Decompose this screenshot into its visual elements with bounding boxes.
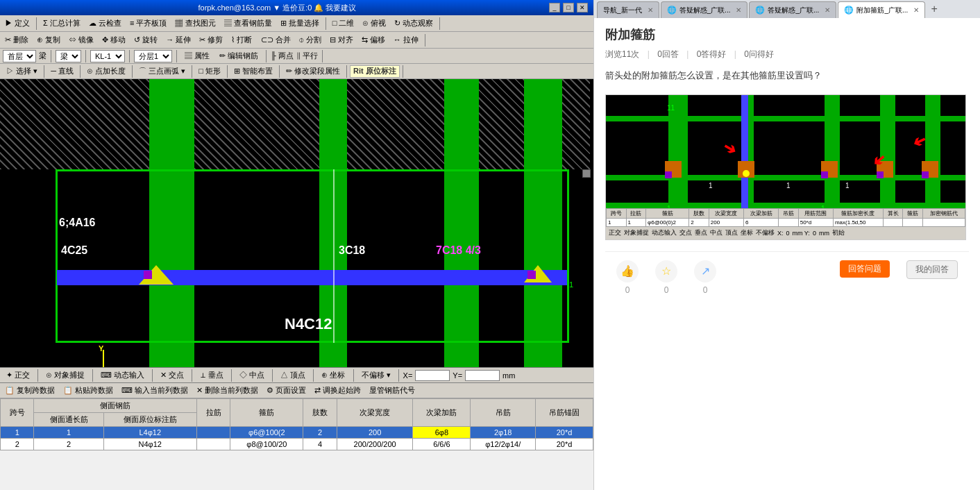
attr-btn[interactable]: ▤ 属性 xyxy=(181,49,213,63)
page-setup-btn[interactable]: ⚙ 页面设置 xyxy=(263,385,310,397)
col-anchor: 吊筋锚固 xyxy=(536,399,593,427)
top-view-btn[interactable]: ⊙ 俯视 xyxy=(359,17,389,31)
reply-btn[interactable]: 回答问题 xyxy=(840,260,890,295)
split-btn[interactable]: ⌽ 分割 xyxy=(296,33,325,47)
hatch-top-left xyxy=(0,79,149,169)
dynamic-input-btn[interactable]: ⌨ 动态输入 xyxy=(97,369,148,382)
cell-tie-1[interactable] xyxy=(196,427,230,439)
delete-btn[interactable]: ✂ 删除 xyxy=(1,33,32,47)
cell-hanger-2[interactable]: φ12/2φ14/ xyxy=(471,439,536,450)
cell-span-2[interactable]: 2 xyxy=(1,439,34,450)
view-rebar-btn[interactable]: ▤ 查看钢筋量 xyxy=(221,17,276,31)
cell-addstirrup-2[interactable]: 6/6/6 xyxy=(413,439,471,450)
cell-beamw-2[interactable]: 200/200/200 xyxy=(337,439,413,450)
tab-qa-1-close[interactable]: ✕ xyxy=(736,6,741,14)
cell-legs-2[interactable]: 4 xyxy=(303,439,337,450)
align-top-btn[interactable]: ≡ 平齐板顶 xyxy=(126,17,170,31)
favorite-btn[interactable]: ☆ 0 xyxy=(655,260,677,295)
layer-select[interactable]: 首层 xyxy=(3,50,36,62)
rebar-code-btn[interactable]: 显管钢筋代号 xyxy=(366,385,419,397)
swap-start-btn[interactable]: ⇄ 调换起始跨 xyxy=(311,385,364,397)
copy-span-btn[interactable]: 📋 复制跨数据 xyxy=(1,385,58,397)
cell-through-2[interactable]: 2 xyxy=(34,439,103,450)
stretch-btn[interactable]: ↔ 拉伸 xyxy=(390,33,422,47)
id-select[interactable]: KL-1 xyxy=(90,50,125,62)
qa-content[interactable]: 附加箍筋 浏览11次 | 0回答 | 0答得好 | 0问得好 箭头处的附加箍筋怎… xyxy=(594,18,980,490)
extend-btn[interactable]: → 延伸 xyxy=(162,33,194,47)
rect-btn[interactable]: □ 矩形 xyxy=(195,65,224,78)
sublayer-select[interactable]: 分层1 xyxy=(134,50,172,62)
mini-th-len: 算长 xyxy=(883,208,903,218)
top-point-btn[interactable]: △ 顶点 xyxy=(277,369,309,382)
no-offset-btn[interactable]: 不偏移 ▾ xyxy=(358,369,394,382)
cell-inplace-1[interactable]: L4φ12 xyxy=(103,427,196,439)
summary-calc-btn[interactable]: Σ 汇总计算 xyxy=(40,17,84,31)
align-btn[interactable]: ⊟ 对齐 xyxy=(326,33,357,47)
table-row[interactable]: 2 2 N4φ12 φ8@100/20 4 200/200/200 6/6/6 … xyxy=(1,439,593,450)
like-btn[interactable]: 👍 0 xyxy=(616,260,639,295)
offset-btn[interactable]: ⇆ 偏移 xyxy=(358,33,389,47)
cell-anchor-1[interactable]: 20*d xyxy=(536,427,593,439)
tab-nav-close[interactable]: ✕ xyxy=(648,6,653,14)
cell-legs-1[interactable]: 2 xyxy=(303,427,337,439)
ortho-btn[interactable]: ✦ 正交 xyxy=(3,369,33,382)
tab-qa-2[interactable]: 🌐 答疑解惑_广联... ✕ xyxy=(749,1,836,18)
table-row[interactable]: 1 1 L4φ12 φ6@100(2 2 200 6φ8 2φ18 20*d xyxy=(1,427,593,439)
data-table-wrap[interactable]: 跨号 侧面钢筋 拉筋 箍筋 肢数 次梁宽度 次梁加筋 吊筋 吊筋锚固 侧面通长筋… xyxy=(0,398,593,490)
modify-segment-btn[interactable]: ✏ 修改梁段属性 xyxy=(282,65,344,78)
tab-qa-2-close[interactable]: ✕ xyxy=(825,6,830,14)
tab-nav[interactable]: 导航_新一代 ✕ xyxy=(597,1,659,18)
mirror-btn[interactable]: ⇔ 镜像 xyxy=(65,33,97,47)
input-col-btn[interactable]: ⌨ 输入当前列数据 xyxy=(118,385,192,397)
copy-btn[interactable]: ⊕ 复制 xyxy=(33,33,64,47)
arc-btn[interactable]: ⌒ 三点画弧 ▾ xyxy=(135,65,189,78)
line-btn[interactable]: ─ 直线 xyxy=(47,65,77,78)
snap-btn[interactable]: ⊙ 对象捕捉 xyxy=(42,369,88,382)
my-answer-btn[interactable]: 我的回答 xyxy=(906,260,958,295)
close-btn[interactable]: ✕ xyxy=(577,3,588,12)
cell-tie-2[interactable] xyxy=(196,439,230,450)
cell-beamw-1[interactable]: 200 xyxy=(337,427,413,439)
midpoint-btn[interactable]: ◇ 中点 xyxy=(236,369,268,382)
find-element-btn[interactable]: ▦ 查找图元 xyxy=(171,17,219,31)
trim-btn[interactable]: ✂ 修剪 xyxy=(196,33,226,47)
cell-span-1[interactable]: 1 xyxy=(1,427,34,439)
cell-stirrup-1[interactable]: φ6@100(2 xyxy=(230,427,303,439)
new-tab-btn[interactable]: + xyxy=(927,1,942,17)
delete-col-btn[interactable]: ✕ 删除当前列数据 xyxy=(193,385,262,397)
cell-stirrup-2[interactable]: φ8@100/20 xyxy=(230,439,303,450)
merge-btn[interactable]: ⊂⊃ 合并 xyxy=(257,33,294,47)
share-btn[interactable]: ↗ 0 xyxy=(694,260,716,295)
cloud-check-btn[interactable]: ☁ 云检查 xyxy=(85,17,125,31)
cell-hanger-1[interactable]: 2φ18 xyxy=(471,427,536,439)
tab-qa-1[interactable]: 🌐 答疑解惑_广联... ✕ xyxy=(661,1,748,18)
cell-inplace-2[interactable]: N4φ12 xyxy=(103,439,196,450)
maximize-btn[interactable]: □ xyxy=(563,3,574,12)
intersection-btn[interactable]: ✕ 交点 xyxy=(157,369,187,382)
select-draw-btn[interactable]: ▷ 选择 ▾ xyxy=(3,65,41,78)
element-select[interactable]: 梁 xyxy=(56,50,81,62)
tab-stirrup-close[interactable]: ✕ xyxy=(913,6,919,14)
in-place-mark-btn[interactable]: Rit 原位标注 xyxy=(350,65,400,78)
cell-addstirrup-1[interactable]: 6φ8 xyxy=(413,427,471,439)
coord-btn[interactable]: ⊕ 坐标 xyxy=(318,369,348,382)
perpendicular-btn[interactable]: ⊥ 垂点 xyxy=(196,369,227,382)
move-btn[interactable]: ✥ 移动 xyxy=(99,33,129,47)
paste-span-btn[interactable]: 📋 粘贴跨数据 xyxy=(60,385,117,397)
batch-select-btn[interactable]: ⊞ 批量选择 xyxy=(277,17,323,31)
rotate-btn[interactable]: ↺ 旋转 xyxy=(130,33,161,47)
define-btn[interactable]: ▶ 定义 xyxy=(1,17,33,31)
edit-rebar-btn[interactable]: ✏ 编辑钢筋 xyxy=(216,49,262,63)
2d-btn[interactable]: □ 二维 xyxy=(329,17,358,31)
point-len-btn[interactable]: ⊙ 点加长度 xyxy=(83,65,129,78)
tab-stirrup[interactable]: 🌐 附加箍筋_广联... ✕ xyxy=(838,1,925,18)
dynamic-view-btn[interactable]: ↻ 动态观察 xyxy=(391,17,437,31)
cell-through-1[interactable]: 1 xyxy=(34,427,103,439)
minimize-btn[interactable]: _ xyxy=(549,3,560,12)
break-btn[interactable]: ⌇ 打断 xyxy=(228,33,255,47)
cell-anchor-2[interactable]: 20*d xyxy=(536,439,593,450)
cad-canvas[interactable]: 6;4A16 4C25 3C18 7C18 4/3 N4C12 Y X NEW … xyxy=(0,79,593,367)
x-input[interactable] xyxy=(415,370,450,381)
smart-layout-btn[interactable]: ⊞ 智能布置 xyxy=(230,65,276,78)
y-input[interactable] xyxy=(465,370,500,381)
